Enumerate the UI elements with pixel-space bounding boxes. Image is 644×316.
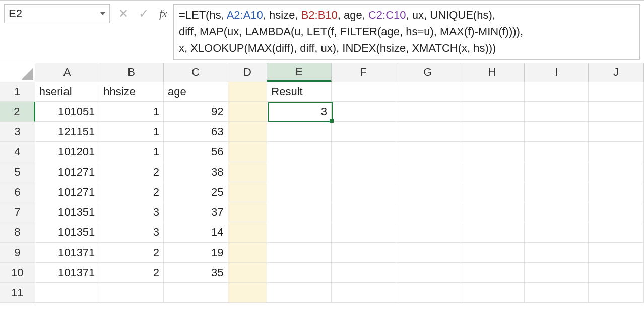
cell-D8[interactable]: [228, 222, 268, 243]
cell-I1[interactable]: [525, 82, 589, 102]
cell-I7[interactable]: [525, 202, 589, 222]
cell-G8[interactable]: [396, 222, 461, 243]
col-header-D[interactable]: D: [228, 63, 268, 82]
cell-J11[interactable]: [589, 283, 644, 303]
cell-G9[interactable]: [396, 243, 461, 263]
cell-E10[interactable]: [267, 263, 332, 283]
cell-D11[interactable]: [228, 283, 268, 303]
cell-G2[interactable]: [396, 102, 461, 122]
cell-H10[interactable]: [460, 263, 525, 283]
cell-H9[interactable]: [460, 243, 525, 263]
row-header-1[interactable]: 1: [0, 82, 35, 102]
col-header-C[interactable]: C: [164, 63, 228, 82]
col-header-F[interactable]: F: [332, 63, 396, 82]
cell-C5[interactable]: 38: [164, 162, 228, 182]
cell-F6[interactable]: [332, 182, 396, 202]
cell-G4[interactable]: [396, 142, 461, 162]
formula-input[interactable]: =LET(hs, A2:A10, hsize, B2:B10, age, C2:…: [173, 4, 640, 60]
cell-J6[interactable]: [589, 182, 644, 202]
cell-C1[interactable]: age: [164, 82, 228, 102]
cell-A10[interactable]: 101371: [35, 263, 100, 283]
cell-F4[interactable]: [332, 142, 396, 162]
row-header-6[interactable]: 6: [0, 182, 35, 202]
cell-B10[interactable]: 2: [99, 263, 164, 283]
cell-E8[interactable]: [267, 222, 332, 243]
row-header-3[interactable]: 3: [0, 122, 35, 142]
cell-G1[interactable]: [396, 82, 461, 102]
cell-A9[interactable]: 101371: [35, 243, 100, 263]
cell-C2[interactable]: 92: [164, 102, 228, 122]
chevron-down-icon[interactable]: [100, 12, 105, 15]
cell-H1[interactable]: [460, 82, 525, 102]
cell-J5[interactable]: [589, 162, 644, 182]
cell-E7[interactable]: [267, 202, 332, 222]
cell-B3[interactable]: 1: [99, 122, 164, 142]
cell-D5[interactable]: [228, 162, 268, 182]
cell-H2[interactable]: [460, 102, 525, 122]
cell-F1[interactable]: [332, 82, 396, 102]
cell-B6[interactable]: 2: [99, 182, 164, 202]
cell-I4[interactable]: [525, 142, 589, 162]
cell-G6[interactable]: [396, 182, 461, 202]
cell-J3[interactable]: [589, 122, 644, 142]
cell-D9[interactable]: [228, 243, 268, 263]
row-header-9[interactable]: 9: [0, 243, 35, 263]
cell-F10[interactable]: [332, 263, 396, 283]
cell-D6[interactable]: [228, 182, 268, 202]
cell-E2[interactable]: 3: [267, 102, 332, 122]
cell-D7[interactable]: [228, 202, 268, 222]
row-header-4[interactable]: 4: [0, 142, 35, 162]
cell-H6[interactable]: [460, 182, 525, 202]
cell-J2[interactable]: [589, 102, 644, 122]
cell-J7[interactable]: [589, 202, 644, 222]
cell-C9[interactable]: 19: [164, 243, 228, 263]
cell-I10[interactable]: [525, 263, 589, 283]
cell-E4[interactable]: [267, 142, 332, 162]
cell-J10[interactable]: [589, 263, 644, 283]
name-box[interactable]: E2: [4, 4, 110, 23]
cell-H8[interactable]: [460, 222, 525, 243]
cell-I6[interactable]: [525, 182, 589, 202]
cell-B8[interactable]: 3: [99, 222, 164, 243]
select-all-triangle[interactable]: [0, 63, 35, 82]
cell-A5[interactable]: 101271: [35, 162, 100, 182]
cell-D3[interactable]: [228, 122, 268, 142]
row-header-11[interactable]: 11: [0, 283, 35, 303]
cell-H3[interactable]: [460, 122, 525, 142]
cell-C10[interactable]: 35: [164, 263, 228, 283]
cell-H4[interactable]: [460, 142, 525, 162]
cell-C6[interactable]: 25: [164, 182, 228, 202]
cell-B2[interactable]: 1: [99, 102, 164, 122]
cell-F5[interactable]: [332, 162, 396, 182]
cell-I5[interactable]: [525, 162, 589, 182]
cell-C3[interactable]: 63: [164, 122, 228, 142]
cell-G3[interactable]: [396, 122, 461, 142]
cell-E6[interactable]: [267, 182, 332, 202]
cell-D4[interactable]: [228, 142, 268, 162]
cell-F3[interactable]: [332, 122, 396, 142]
cell-H7[interactable]: [460, 202, 525, 222]
cell-F11[interactable]: [332, 283, 396, 303]
cell-F8[interactable]: [332, 222, 396, 243]
cell-C11[interactable]: [164, 283, 228, 303]
cell-B7[interactable]: 3: [99, 202, 164, 222]
cell-A3[interactable]: 121151: [35, 122, 100, 142]
cell-I2[interactable]: [525, 102, 589, 122]
cell-C4[interactable]: 56: [164, 142, 228, 162]
cell-B5[interactable]: 2: [99, 162, 164, 182]
col-header-I[interactable]: I: [525, 63, 589, 82]
col-header-J[interactable]: J: [589, 63, 644, 82]
cell-E1[interactable]: Result: [267, 82, 332, 102]
col-header-H[interactable]: H: [460, 63, 525, 82]
cell-F7[interactable]: [332, 202, 396, 222]
cell-J9[interactable]: [589, 243, 644, 263]
cell-D2[interactable]: [228, 102, 268, 122]
cell-G5[interactable]: [396, 162, 461, 182]
cell-E5[interactable]: [267, 162, 332, 182]
cell-A1[interactable]: hserial: [35, 82, 100, 102]
cell-A8[interactable]: 101351: [35, 222, 100, 243]
row-header-7[interactable]: 7: [0, 202, 35, 222]
cell-J8[interactable]: [589, 222, 644, 243]
fx-icon[interactable]: fx: [157, 4, 169, 23]
col-header-B[interactable]: B: [99, 63, 164, 82]
